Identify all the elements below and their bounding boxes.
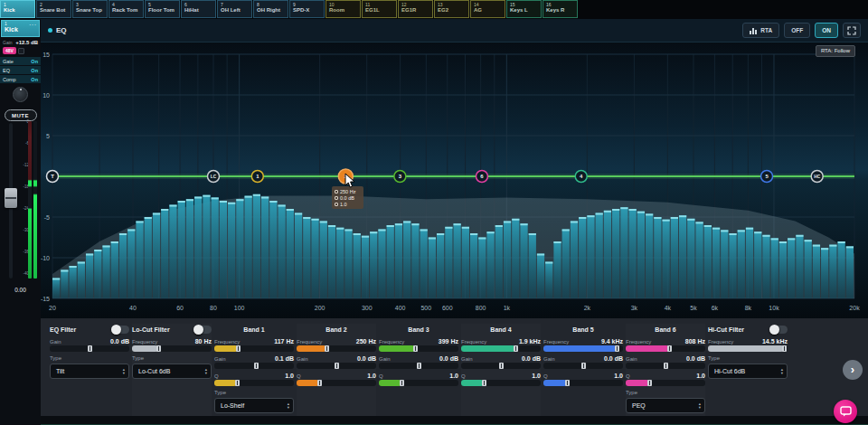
eq-graph[interactable]: 151050-5-10-1520406080100200300400500600… [41,42,868,318]
band-6-frequency-slider[interactable] [626,345,705,352]
channel-tab-8[interactable]: 8OH Right [253,0,288,18]
slider-handle[interactable] [581,363,586,369]
band-1-frequency-slider[interactable] [214,345,294,352]
channel-tab-name: OH Right [257,7,285,14]
channel-tab-2[interactable]: 2Snare Bot [36,0,71,18]
slider-handle[interactable] [235,380,240,386]
polarity-button[interactable] [18,48,24,54]
channel-tab-6[interactable]: 6HiHat [181,0,216,18]
eq-handle-hicut[interactable]: HC [811,171,823,183]
rta-bar [220,201,227,298]
eq-handle-band1[interactable]: 1 [251,171,263,183]
slider-handle[interactable] [88,345,92,352]
channel-tab-bar: 1Kick2Snare Bot3Snare Top4Rack Tom5Floor… [0,0,868,19]
lo-cut-filter-type-select[interactable]: Lo-Cut 6dB▴▾ [132,364,212,379]
channel-tab-4[interactable]: 4Rack Tom [108,0,144,18]
slider-handle[interactable] [400,380,404,386]
next-page-button[interactable]: › [843,360,863,380]
band-4-frequency-slider[interactable] [461,345,541,352]
band-6-type-select[interactable]: PEQ▴▾ [626,398,705,413]
eq-handle-band3[interactable]: 3 [394,171,406,183]
channel-tab-9[interactable]: 9SPD-X [289,0,325,18]
slider-handle[interactable] [615,345,619,352]
gain-value[interactable]: +12.5 dB [15,40,38,45]
band-2-q-slider[interactable] [297,380,376,386]
channel-header[interactable]: 1 ... Kick [1,20,40,37]
eq-filter-gain-slider[interactable] [50,345,129,352]
eq-off-button[interactable]: OFF [784,23,810,38]
band-2-gain-slider[interactable] [297,363,376,369]
band-1-q-slider[interactable] [214,380,294,386]
slider-handle[interactable] [156,345,161,352]
processing-row-gate[interactable]: GateOn [0,57,41,65]
eq-handle-tilt[interactable]: T [47,171,59,183]
slider-handle[interactable] [514,345,518,352]
band-6-q-slider[interactable] [626,380,705,386]
band-5-q-slider[interactable] [543,380,623,386]
processing-row-comp[interactable]: CompOn [0,75,41,83]
slider-handle[interactable] [782,345,787,352]
toggle-knob [769,325,779,335]
slider-handle[interactable] [254,363,259,369]
eq-filter-type-select[interactable]: Tilt▴▾ [50,364,129,379]
eq-handle-locut[interactable]: LC [208,171,220,183]
channel-tab-14[interactable]: 14AG [470,0,505,18]
channel-tab-15[interactable]: 15Keys L [506,0,542,18]
pan-knob[interactable] [13,87,28,102]
channel-tab-10[interactable]: 10Room [326,0,361,18]
band-6-gain-slider[interactable] [626,363,705,369]
slider-handle[interactable] [565,380,570,386]
eq-filter-gain-row: Gain0.0 dB [50,335,129,345]
fader-handle[interactable] [5,188,17,208]
slider-handle[interactable] [647,380,652,386]
band-3-frequency-slider[interactable] [379,345,458,352]
rta-button[interactable]: RTA [742,23,779,38]
hi-cut-filter-type-select[interactable]: Hi-Cut 6dB▴▾ [708,364,788,379]
band-4-gain-slider[interactable] [461,363,541,369]
channel-tab-1[interactable]: 1Kick [0,0,35,18]
channel-tab-12[interactable]: 12EG1R [398,0,433,18]
band-3-q-slider[interactable] [379,380,458,386]
channel-tab-3[interactable]: 3Snare Top [72,0,108,18]
rta-bar [420,230,428,299]
channel-tab-13[interactable]: 13EG2 [434,0,469,18]
channel-tab-11[interactable]: 11EG1L [362,0,397,18]
slider-handle[interactable] [482,380,486,386]
slider-handle[interactable] [417,363,421,369]
slider-handle[interactable] [236,345,241,352]
band-5-gain-slider[interactable] [543,363,623,369]
lo-cut-filter-frequency-slider[interactable] [132,345,212,352]
slider-handle[interactable] [317,380,322,386]
band-5-frequency-slider[interactable] [543,345,623,352]
slider-handle[interactable] [664,363,668,369]
lo-cut-filter-toggle[interactable] [193,326,212,334]
band-3-gain-slider[interactable] [379,363,458,369]
hi-cut-filter-frequency-slider[interactable] [708,345,788,352]
eq-filter-toggle[interactable] [111,326,129,334]
hi-cut-filter-toggle[interactable] [769,326,788,334]
slider-handle[interactable] [499,363,504,369]
eq-on-button[interactable]: ON [815,23,838,38]
fullscreen-button[interactable] [843,23,861,38]
eq-handle-band4[interactable]: 4 [575,171,587,183]
channel-tab-16[interactable]: 16Keys R [542,0,578,18]
rta-bars-icon [750,27,758,34]
slider-handle[interactable] [335,363,339,369]
param-label: Frequency [379,339,404,345]
processing-row-eq[interactable]: EQOn [0,66,41,74]
eq-handle-band5[interactable]: 5 [761,171,773,183]
band-4-q-slider[interactable] [461,380,541,386]
channel-fader[interactable] [9,123,13,279]
chat-button[interactable] [834,400,857,423]
slider-handle[interactable] [413,345,418,352]
slider-handle[interactable] [667,345,672,352]
channel-tab-5[interactable]: 5Floor Tom [145,0,180,18]
slider-handle[interactable] [325,345,329,352]
eq-handle-band6[interactable]: 6 [476,171,487,183]
band-1-gain-slider[interactable] [214,363,294,369]
channel-tab-7[interactable]: 7OH Left [217,0,252,18]
phantom-48v-badge[interactable]: 48V [3,47,16,54]
channel-menu-button[interactable]: ... [29,20,37,26]
band-1-type-select[interactable]: Lo-Shelf▴▾ [214,398,294,413]
band-2-frequency-slider[interactable] [297,345,376,352]
